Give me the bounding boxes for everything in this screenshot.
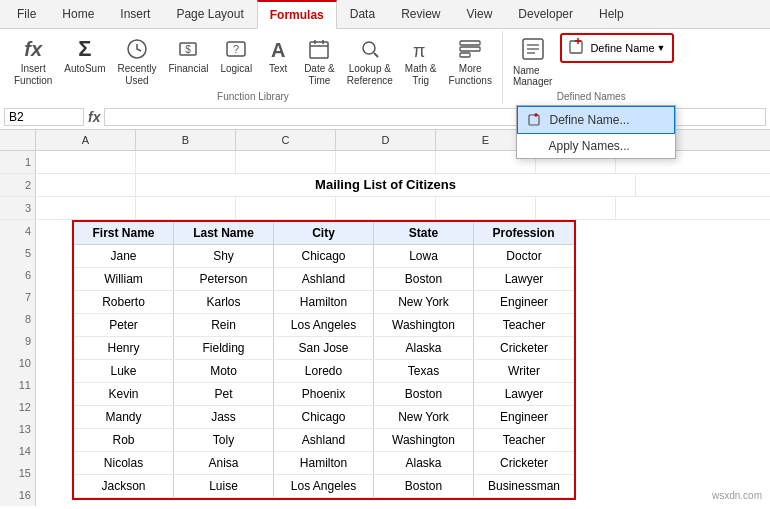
header-state[interactable]: State — [374, 222, 474, 244]
cell-data[interactable]: Toly — [174, 429, 274, 451]
cell-data[interactable]: Businessman — [474, 475, 574, 497]
text-button[interactable]: A Text — [260, 33, 296, 77]
cell-data[interactable]: Boston — [374, 475, 474, 497]
cell-data[interactable]: Pet — [174, 383, 274, 405]
cell-D3[interactable] — [336, 197, 436, 219]
cell-data[interactable]: Lowa — [374, 245, 474, 267]
cell-F3[interactable] — [536, 197, 616, 219]
tab-developer[interactable]: Developer — [505, 0, 586, 29]
cell-data[interactable]: Engineer — [474, 291, 574, 313]
cell-data[interactable]: New York — [374, 291, 474, 313]
cell-data[interactable]: Chicago — [274, 245, 374, 267]
cell-data[interactable]: Chicago — [274, 406, 374, 428]
define-name-button[interactable]: Define Name ▼ — [560, 33, 673, 63]
cell-B3[interactable] — [136, 197, 236, 219]
date-time-button[interactable]: Date &Time — [300, 33, 339, 89]
cell-data[interactable]: Fielding — [174, 337, 274, 359]
header-firstname[interactable]: First Name — [74, 222, 174, 244]
define-name-menu-item[interactable]: Define Name... — [517, 106, 675, 134]
cell-C1[interactable] — [236, 151, 336, 173]
cell-data[interactable]: Teacher — [474, 429, 574, 451]
cell-data[interactable]: Engineer — [474, 406, 574, 428]
recently-used-button[interactable]: RecentlyUsed — [114, 33, 161, 89]
header-city[interactable]: City — [274, 222, 374, 244]
cell-reference-box[interactable]: B2 — [4, 108, 84, 126]
logical-button[interactable]: ? Logical — [216, 33, 256, 77]
more-functions-label: MoreFunctions — [449, 63, 492, 87]
cell-data[interactable]: Anisa — [174, 452, 274, 474]
math-trig-button[interactable]: π Math &Trig — [401, 33, 441, 89]
tab-home[interactable]: Home — [49, 0, 107, 29]
cell-data[interactable]: Mandy — [74, 406, 174, 428]
cell-data[interactable]: Boston — [374, 383, 474, 405]
cell-A1[interactable] — [36, 151, 136, 173]
autosum-icon: Σ — [71, 35, 99, 63]
name-manager-button[interactable]: NameManager — [509, 33, 556, 89]
cell-data[interactable]: Kevin — [74, 383, 174, 405]
cell-data[interactable]: Ashland — [274, 429, 374, 451]
apply-names-menu-item[interactable]: Apply Names... — [517, 134, 675, 158]
cell-data[interactable]: Alaska — [374, 452, 474, 474]
cell-data[interactable]: San Jose — [274, 337, 374, 359]
cell-B1[interactable] — [136, 151, 236, 173]
cell-data[interactable]: Cricketer — [474, 452, 574, 474]
cell-data[interactable]: Moto — [174, 360, 274, 382]
cell-data[interactable]: Boston — [374, 268, 474, 290]
tab-data[interactable]: Data — [337, 0, 388, 29]
tab-review[interactable]: Review — [388, 0, 453, 29]
cell-data[interactable]: Lawyer — [474, 268, 574, 290]
cell-A2[interactable] — [36, 174, 136, 196]
tab-insert[interactable]: Insert — [107, 0, 163, 29]
tab-help[interactable]: Help — [586, 0, 637, 29]
cell-data[interactable]: Los Angeles — [274, 314, 374, 336]
insert-function-button[interactable]: fx InsertFunction — [10, 33, 56, 89]
cell-data[interactable]: Cricketer — [474, 337, 574, 359]
cell-data[interactable]: Washington — [374, 314, 474, 336]
cell-E3[interactable] — [436, 197, 536, 219]
tab-view[interactable]: View — [454, 0, 506, 29]
cell-data[interactable]: Jass — [174, 406, 274, 428]
cell-data[interactable]: Texas — [374, 360, 474, 382]
cell-data[interactable]: Writer — [474, 360, 574, 382]
tab-page-layout[interactable]: Page Layout — [163, 0, 256, 29]
tab-file[interactable]: File — [4, 0, 49, 29]
cell-D1[interactable] — [336, 151, 436, 173]
cell-data[interactable]: Henry — [74, 337, 174, 359]
cell-C3[interactable] — [236, 197, 336, 219]
cell-data[interactable]: Rein — [174, 314, 274, 336]
cell-data[interactable]: Peter — [74, 314, 174, 336]
cell-data[interactable]: Loredo — [274, 360, 374, 382]
cell-data[interactable]: Alaska — [374, 337, 474, 359]
cell-data[interactable]: Luke — [74, 360, 174, 382]
cell-data[interactable]: Jane — [74, 245, 174, 267]
cell-data[interactable]: Teacher — [474, 314, 574, 336]
cell-data[interactable]: Luise — [174, 475, 274, 497]
cell-data[interactable]: Hamilton — [274, 291, 374, 313]
header-profession[interactable]: Profession — [474, 222, 574, 244]
cell-data[interactable]: Phoenix — [274, 383, 374, 405]
cell-data[interactable]: Los Angeles — [274, 475, 374, 497]
cell-data[interactable]: Washington — [374, 429, 474, 451]
cell-B2-title[interactable]: Mailing List of Citizens — [136, 174, 636, 196]
cell-A3[interactable] — [36, 197, 136, 219]
cell-data[interactable]: Nicolas — [74, 452, 174, 474]
cell-data[interactable]: William — [74, 268, 174, 290]
financial-button[interactable]: $ Financial — [164, 33, 212, 77]
table-row: JaneShyChicagoLowaDoctor — [74, 245, 574, 268]
cell-data[interactable]: Rob — [74, 429, 174, 451]
cell-data[interactable]: Ashland — [274, 268, 374, 290]
cell-data[interactable]: Karlos — [174, 291, 274, 313]
cell-data[interactable]: Roberto — [74, 291, 174, 313]
cell-data[interactable]: Doctor — [474, 245, 574, 267]
cell-data[interactable]: New York — [374, 406, 474, 428]
header-lastname[interactable]: Last Name — [174, 222, 274, 244]
cell-data[interactable]: Peterson — [174, 268, 274, 290]
cell-data[interactable]: Shy — [174, 245, 274, 267]
more-functions-button[interactable]: MoreFunctions — [445, 33, 496, 89]
cell-data[interactable]: Hamilton — [274, 452, 374, 474]
lookup-reference-button[interactable]: Lookup &Reference — [343, 33, 397, 89]
cell-data[interactable]: Jackson — [74, 475, 174, 497]
tab-formulas[interactable]: Formulas — [257, 0, 337, 29]
cell-data[interactable]: Lawyer — [474, 383, 574, 405]
autosum-button[interactable]: Σ AutoSum — [60, 33, 109, 77]
